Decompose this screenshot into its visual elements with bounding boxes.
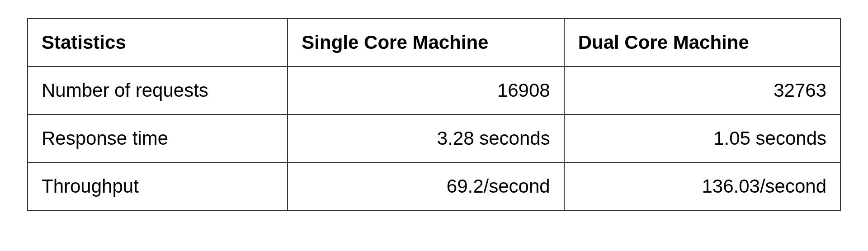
table-row: Throughput 69.2/second 136.03/second	[28, 162, 840, 210]
row-label: Number of requests	[28, 66, 288, 114]
header-dual-core: Dual Core Machine	[564, 19, 840, 66]
table-row: Number of requests 16908 32763	[28, 66, 840, 114]
table-header-row: Statistics Single Core Machine Dual Core…	[28, 19, 840, 66]
row-dual-value: 136.03/second	[564, 162, 840, 210]
row-single-value: 16908	[288, 66, 564, 114]
row-single-value: 69.2/second	[288, 162, 564, 210]
row-label: Throughput	[28, 162, 288, 210]
row-single-value: 3.28 seconds	[288, 114, 564, 162]
header-statistics: Statistics	[28, 19, 288, 66]
row-dual-value: 32763	[564, 66, 840, 114]
table-row: Response time 3.28 seconds 1.05 seconds	[28, 114, 840, 162]
row-label: Response time	[28, 114, 288, 162]
header-single-core: Single Core Machine	[288, 19, 564, 66]
statistics-table: Statistics Single Core Machine Dual Core…	[27, 18, 841, 211]
row-dual-value: 1.05 seconds	[564, 114, 840, 162]
